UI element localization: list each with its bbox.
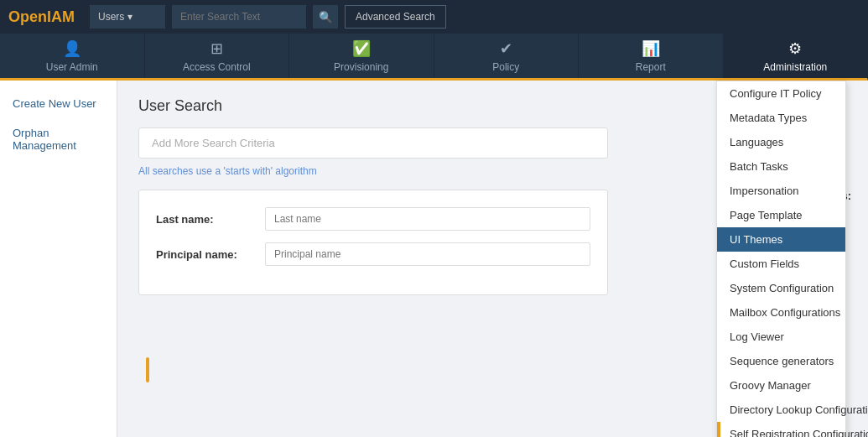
- search-category-label: Users: [98, 11, 124, 23]
- nav-administration-label: Administration: [763, 61, 827, 73]
- form-row-lastname: Last name:: [156, 207, 590, 231]
- search-button[interactable]: 🔍: [313, 5, 338, 29]
- nav-administration[interactable]: ⚙ Administration: [724, 34, 869, 81]
- provisioning-icon: ✅: [352, 39, 371, 58]
- lastname-label: Last name:: [156, 213, 265, 226]
- chevron-down-icon: ▾: [127, 11, 133, 23]
- access-control-icon: ⊞: [211, 39, 223, 58]
- lastname-input[interactable]: [265, 207, 590, 231]
- nav-policy[interactable]: ✔ Policy: [434, 34, 580, 78]
- nav-report[interactable]: 📊 Report: [579, 34, 724, 78]
- scroll-indicator: [146, 357, 149, 382]
- dropdown-item[interactable]: Configure IT Policy: [717, 81, 845, 106]
- user-admin-icon: 👤: [63, 39, 81, 58]
- logo-open: Open: [8, 8, 47, 26]
- form-row-principal: Principal name:: [156, 242, 590, 266]
- sidebar-item-create-new-user[interactable]: Create New User: [0, 89, 117, 118]
- nav-access-control-label: Access Control: [183, 61, 251, 73]
- main-content: User Search Add More Search Criteria All…: [117, 81, 868, 437]
- principal-input[interactable]: [265, 242, 590, 266]
- page-layout: Create New User Orphan Management User S…: [0, 81, 868, 437]
- nav-report-label: Report: [636, 61, 666, 73]
- nav-access-control[interactable]: ⊞ Access Control: [145, 34, 290, 78]
- dropdown-item[interactable]: Custom Fields: [717, 252, 845, 276]
- top-navbar: OpenIAM Users ▾ 🔍 Advanced Search: [0, 0, 868, 34]
- sidebar-item-orphan-management[interactable]: Orphan Management: [0, 118, 117, 160]
- search-criteria-placeholder: Add More Search Criteria: [152, 137, 275, 149]
- search-input[interactable]: [172, 5, 306, 29]
- dropdown-item[interactable]: UI Themes: [717, 227, 845, 252]
- main-nav: 👤 User Admin ⊞ Access Control ✅ Provisio…: [0, 34, 868, 81]
- search-criteria-box[interactable]: Add More Search Criteria: [138, 127, 608, 159]
- dropdown-item[interactable]: Languages: [717, 130, 845, 154]
- nav-user-admin[interactable]: 👤 User Admin: [0, 34, 145, 78]
- dropdown-item[interactable]: Sequence generators: [717, 349, 845, 373]
- dropdown-item[interactable]: Self Registration Configuration: [717, 422, 845, 437]
- nav-provisioning-label: Provisioning: [334, 61, 388, 73]
- nav-user-admin-label: User Admin: [46, 61, 98, 73]
- sidebar: Create New User Orphan Management: [0, 81, 117, 437]
- search-form: Last name: Principal name:: [138, 190, 608, 295]
- dropdown-item[interactable]: Log Viewer: [717, 325, 845, 349]
- dropdown-item[interactable]: Mailbox Configurations: [717, 300, 845, 325]
- dropdown-item[interactable]: System Configuration: [717, 276, 845, 300]
- logo-iam: IAM: [47, 8, 75, 26]
- report-icon: 📊: [642, 39, 660, 58]
- nav-policy-label: Policy: [492, 61, 519, 73]
- dropdown-item[interactable]: Batch Tasks: [717, 154, 845, 179]
- dropdown-item[interactable]: Directory Lookup Configuration: [717, 398, 845, 422]
- dropdown-item[interactable]: Metadata Types: [717, 106, 845, 130]
- dropdown-item[interactable]: Groovy Manager: [717, 373, 845, 398]
- administration-icon: ⚙: [788, 39, 802, 58]
- nav-provisioning[interactable]: ✅ Provisioning: [289, 34, 434, 78]
- dropdown-item[interactable]: Impersonation: [717, 179, 845, 203]
- advanced-search-button[interactable]: Advanced Search: [345, 5, 446, 29]
- logo: OpenIAM: [8, 8, 75, 26]
- administration-dropdown: Configure IT PolicyMetadata TypesLanguag…: [716, 81, 846, 437]
- policy-icon: ✔: [500, 39, 512, 58]
- principal-label: Principal name:: [156, 248, 265, 261]
- dropdown-item[interactable]: Page Template: [717, 203, 845, 227]
- search-category-dropdown[interactable]: Users ▾: [90, 5, 165, 29]
